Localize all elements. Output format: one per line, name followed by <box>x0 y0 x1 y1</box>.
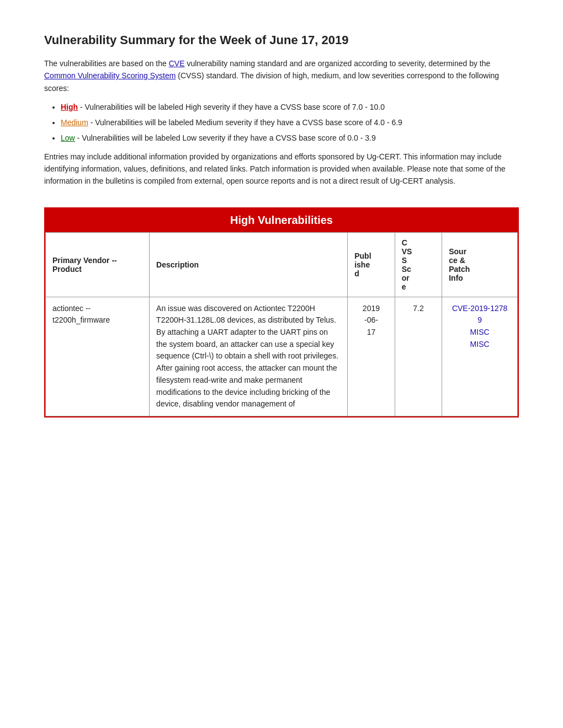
medium-severity-link[interactable]: Medium <box>61 118 88 127</box>
high-vulnerabilities-section: High Vulnerabilities Primary Vendor -- P… <box>44 207 519 417</box>
cve-link[interactable]: CVE <box>169 59 185 68</box>
medium-severity-text: - Vulnerabilities will be labeled Medium… <box>88 118 402 127</box>
cell-vendor: actiontec --t2200h_firmware <box>46 297 150 416</box>
intro-paragraph-1: The vulnerabilities are based on the CVE… <box>44 57 519 94</box>
page-title: Vulnerability Summary for the Week of Ju… <box>44 33 519 47</box>
col-header-cvss: CVSSScore <box>395 232 442 297</box>
intro-text-mid: vulnerability naming standard and are or… <box>185 59 491 68</box>
severity-item-high: High - Vulnerabilities will be labeled H… <box>61 101 519 114</box>
cell-published: 2019-06-17 <box>348 297 395 416</box>
table-header-row: Primary Vendor -- Product Description Pu… <box>46 232 518 297</box>
vendor-product-text: actiontec --t2200h_firmware <box>52 304 110 325</box>
cell-source: CVE-2019-12789 MISC MISC <box>442 297 518 416</box>
cell-description: An issue was discovered on Actiontec T22… <box>150 297 348 416</box>
high-section-title: High Vulnerabilities <box>51 214 512 227</box>
table-row: actiontec --t2200h_firmware An issue was… <box>46 297 518 416</box>
low-severity-link[interactable]: Low <box>61 133 75 142</box>
severity-item-low: Low - Vulnerabilities will be labeled Lo… <box>61 132 519 145</box>
misc-source-link-1[interactable]: MISC <box>449 326 511 339</box>
misc-source-link-2[interactable]: MISC <box>449 339 511 351</box>
description-text: An issue was discovered on Actiontec T22… <box>156 304 338 409</box>
published-date: 2019-06-17 <box>363 304 380 336</box>
cve-source-link-1[interactable]: CVE-2019-12789 <box>449 303 511 326</box>
col-header-published: Published <box>348 232 395 297</box>
severity-item-medium: Medium - Vulnerabilities will be labeled… <box>61 116 519 130</box>
cvss-link[interactable]: Common Vulnerability Scoring System <box>44 71 176 80</box>
intro-text-before-cve: The vulnerabilities are based on the <box>44 59 169 68</box>
col-header-vendor: Primary Vendor -- Product <box>46 232 150 297</box>
low-severity-text: - Vulnerabilities will be labeled Low se… <box>75 133 376 142</box>
high-severity-link[interactable]: High <box>61 103 78 111</box>
cell-cvss: 7.2 <box>395 297 442 416</box>
high-section-header: High Vulnerabilities <box>45 208 518 232</box>
col-header-description: Description <box>150 232 348 297</box>
col-header-source: Source &PatchInfo <box>442 232 518 297</box>
entries-paragraph: Entries may include additional informati… <box>44 151 519 188</box>
high-severity-text: - Vulnerabilities will be labeled High s… <box>78 103 385 111</box>
cvss-score: 7.2 <box>413 304 423 313</box>
severity-list: High - Vulnerabilities will be labeled H… <box>61 101 519 144</box>
high-vuln-table: Primary Vendor -- Product Description Pu… <box>45 232 518 416</box>
